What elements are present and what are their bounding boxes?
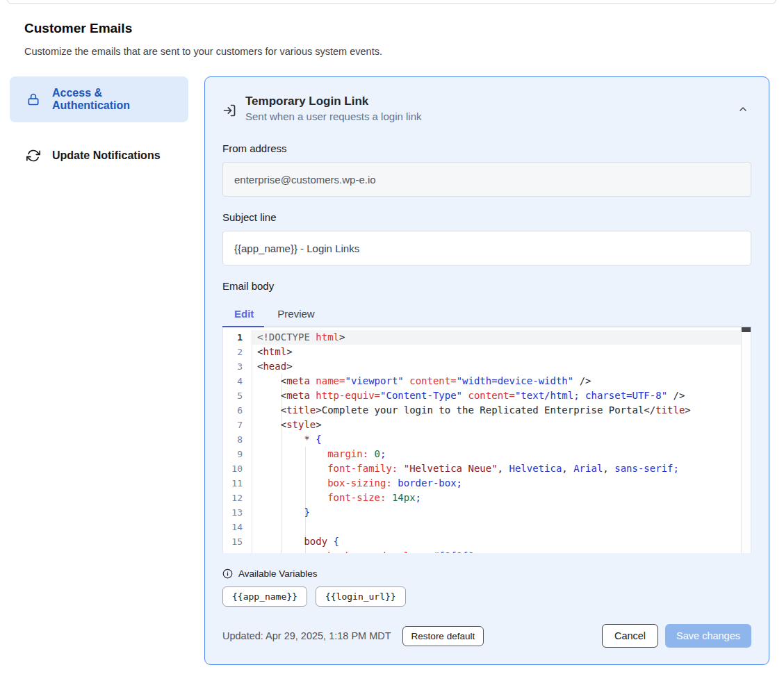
info-icon (222, 568, 233, 579)
code-line: 14 (223, 520, 751, 534)
line-number: 6 (223, 403, 252, 418)
editor-scrollbar-thumb[interactable] (742, 327, 751, 332)
email-settings-card: Temporary Login Link Sent when a user re… (204, 76, 769, 665)
code-line: 11 box-sizing: border-box; (223, 476, 751, 491)
sidebar-item-access-authentication[interactable]: Access & Authentication (10, 76, 188, 122)
available-variables-label: Available Variables (238, 568, 318, 579)
refresh-icon (26, 149, 40, 163)
subject-line-input[interactable] (222, 231, 751, 265)
lock-icon (26, 92, 40, 106)
card-header: Temporary Login Link Sent when a user re… (222, 94, 751, 124)
tab-preview[interactable]: Preview (266, 302, 326, 327)
line-number: 7 (223, 418, 252, 432)
line-number: 12 (223, 491, 252, 505)
email-body-label: Email body (222, 279, 751, 294)
variable-chip-app-name[interactable]: {{app_name}} (222, 586, 307, 607)
code-line: 16 background-color: #f8f8f8; (223, 549, 751, 553)
line-number: 3 (223, 359, 252, 374)
code-line: 6 <title>Complete your login to the Repl… (223, 403, 751, 418)
line-number: 10 (223, 461, 252, 476)
collapse-button[interactable] (735, 101, 751, 117)
code-line: 5 <meta http-equiv="Content-Type" conten… (223, 388, 751, 403)
code-line: 9 margin: 0; (223, 447, 751, 461)
page-description: Customize the emails that are sent to yo… (24, 46, 382, 57)
line-number: 1 (223, 330, 252, 345)
sidebar-item-label: Access & Authentication (52, 87, 180, 112)
code-line: 7 <style> (223, 418, 751, 432)
sidebar-item-label: Update Notifications (52, 149, 161, 162)
variable-chips: {{app_name}} {{login_url}} (222, 586, 751, 607)
sidebar-item-update-notifications[interactable]: Update Notifications (10, 138, 188, 173)
log-in-icon (222, 104, 236, 117)
card-subtitle: Sent when a user requests a login link (245, 109, 735, 124)
restore-default-button[interactable]: Restore default (402, 626, 484, 646)
code-line: 3<head> (223, 359, 751, 374)
line-number: 2 (223, 345, 252, 359)
sidebar: Access & Authentication Update Notificat… (10, 76, 188, 173)
card-title: Temporary Login Link (245, 94, 735, 109)
subject-line-label: Subject line (222, 210, 751, 225)
code-editor-content: 1<!DOCTYPE html>2<html>3<head>4 <meta na… (223, 327, 751, 553)
line-number: 9 (223, 447, 252, 461)
code-line: 15 body { (223, 534, 751, 549)
from-address-label: From address (222, 141, 751, 156)
line-number: 4 (223, 374, 252, 388)
editor-scrollbar[interactable] (741, 327, 751, 553)
line-number: 11 (223, 476, 252, 491)
line-number: 13 (223, 505, 252, 520)
previous-card-bottom-edge (7, 0, 776, 4)
code-line: 1<!DOCTYPE html> (223, 330, 751, 345)
code-line: 13 } (223, 505, 751, 520)
code-line: 4 <meta name="viewport" content="width=d… (223, 374, 751, 388)
variable-chip-login-url[interactable]: {{login_url}} (316, 586, 406, 607)
line-number: 8 (223, 432, 252, 447)
cancel-button[interactable]: Cancel (602, 624, 658, 648)
chevron-up-icon (737, 104, 749, 115)
page-title: Customer Emails (24, 21, 132, 36)
line-number: 14 (223, 520, 252, 534)
line-number: 5 (223, 388, 252, 403)
card-footer: Updated: Apr 29, 2025, 1:18 PM MDT Resto… (222, 624, 751, 648)
code-line: 8 * { (223, 432, 751, 447)
code-editor[interactable]: 1<!DOCTYPE html>2<html>3<head>4 <meta na… (222, 327, 751, 553)
save-changes-button[interactable]: Save changes (665, 624, 751, 648)
line-number: 15 (223, 534, 252, 549)
updated-timestamp: Updated: Apr 29, 2025, 1:18 PM MDT (222, 630, 391, 641)
code-line: 10 font-family: "Helvetica Neue", Helvet… (223, 461, 751, 476)
tab-edit[interactable]: Edit (222, 302, 266, 327)
code-line: 2<html> (223, 345, 751, 359)
code-line: 12 font-size: 14px; (223, 491, 751, 505)
line-number: 16 (223, 549, 252, 553)
editor-tabs: Edit Preview (222, 302, 751, 327)
from-address-input[interactable] (222, 162, 751, 197)
